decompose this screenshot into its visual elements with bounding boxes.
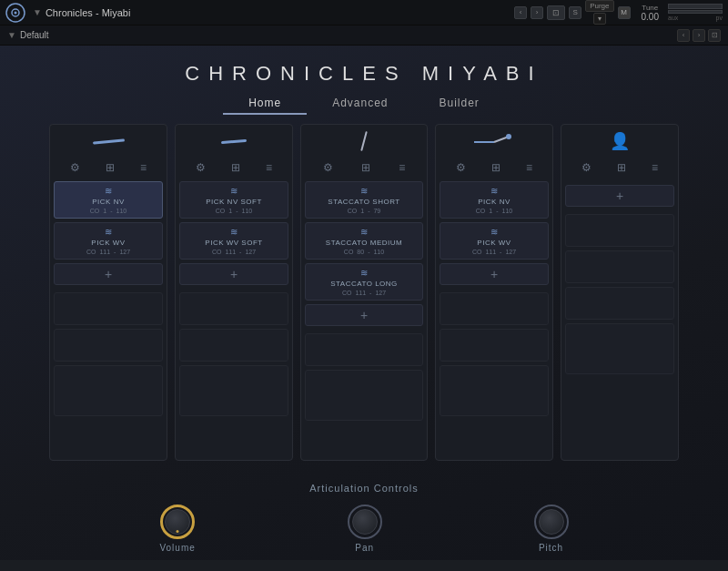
col3-art3-range: CO111-127 [311,290,417,296]
preset-collapse[interactable]: ▼ [7,30,16,40]
m-button[interactable]: M [618,6,631,19]
col1-header [54,128,163,154]
col4-slot-1[interactable]: ≋ PICK NV CO1-110 [440,181,549,219]
col2-menu-icon[interactable]: ≡ [266,161,272,174]
col1-menu-icon[interactable]: ≡ [140,161,147,174]
preset-prev[interactable]: ‹ [677,29,690,42]
col4-layers-icon[interactable]: ⊞ [491,161,500,174]
col4-header [440,128,549,154]
col5-header: 👤 [565,128,674,154]
pan-knob-inner [352,509,378,535]
col4-menu-icon[interactable]: ≡ [526,161,532,174]
column-3: ⚙ ⊞ ≡ ≋ STACCATO SHORT CO1-79 ≋ STACCATO… [300,124,428,461]
pitch-knob[interactable] [534,505,569,539]
knobs-row: Volume Pan Pitch [11,505,717,553]
col4-slot-2[interactable]: ≋ PICK WV CO111-127 [440,222,549,260]
col5-menu-icon[interactable]: ≡ [652,161,658,174]
pitch-knob-inner [539,509,564,535]
svg-point-5 [506,134,511,139]
column-4: ⚙ ⊞ ≡ ≋ PICK NV CO1-110 ≋ PICK WV CO111-… [435,124,553,461]
pan-label: Pan [355,543,374,553]
col1-art2-range: CO111-127 [60,249,157,255]
preset-name: Default [20,30,677,40]
title-area: CHRONICLES MIYABI [11,46,717,93]
col3-slot-2[interactable]: ≋ STACCATO MEDIUM CO80-110 [305,222,423,260]
col4-wave2: ≋ [490,227,499,237]
col1-slot-2[interactable]: ≋ PICK WV CO111-127 [54,222,163,260]
col1-empty-3 [54,365,163,416]
preset-next[interactable]: › [693,29,705,42]
second-bar: ▼ Default ‹ › ⊡ [0,25,728,46]
col2-gear-icon[interactable]: ⚙ [196,161,206,174]
volume-knob-dot [177,530,179,533]
tab-advanced[interactable]: Advanced [307,93,413,115]
col2-empty-2 [179,329,288,362]
col2-slot-1[interactable]: ≋ PICK NV SOFT CO1-110 [179,181,288,219]
person-icon: 👤 [610,131,630,151]
camera-button[interactable]: ⊡ [547,5,565,20]
pitch-label: Pitch [539,543,563,553]
col4-wave1: ≋ [490,186,499,196]
col2-icon-row: ⚙ ⊞ ≡ [179,159,288,176]
col1-layers-icon[interactable]: ⊞ [106,161,115,174]
col1-empty-1 [54,292,163,325]
pan-knob-group: Pan [348,505,382,553]
col2-art2-range: CO111-127 [186,249,282,255]
pan-knob[interactable] [348,505,382,539]
volume-knob[interactable] [160,505,195,539]
col2-wave2: ≋ [230,227,238,237]
col4-add-button[interactable]: + [440,263,549,285]
col2-add-button[interactable]: + [179,263,288,285]
instrument-title: Chronicles - Miyabi [46,7,514,18]
col5-empty-1 [565,214,674,247]
col1-wave1: ≋ [105,186,113,196]
col4-art2-name: PICK WV [446,239,542,247]
col3-layers-icon[interactable]: ⊞ [361,161,370,174]
level-bar-2 [668,10,723,14]
col3-wave3: ≋ [360,268,369,278]
col1-slot-1[interactable]: ≋ PICK NV CO1-110 [54,181,163,219]
col2-art1-range: CO1-110 [186,208,282,214]
col5-gear-icon[interactable]: ⚙ [581,161,592,174]
collapse-arrow[interactable]: ▼ [33,7,42,17]
col3-art2-name: STACCATO MEDIUM [311,239,417,247]
pv-label: pv [716,15,723,21]
col2-wave1: ≋ [230,186,238,196]
col5-layers-icon[interactable]: ⊞ [617,161,626,174]
tab-builder[interactable]: Builder [414,93,505,115]
col3-slot-1[interactable]: ≋ STACCATO SHORT CO1-79 [305,181,423,219]
purge-button[interactable]: Purge [585,0,613,12]
col2-layers-icon[interactable]: ⊞ [231,161,240,174]
col4-bottom [440,292,549,416]
col5-icon-row: ⚙ ⊞ ≡ [565,159,674,176]
level-bar-1 [668,4,723,9]
col3-art1-name: STACCATO SHORT [311,198,417,206]
column-5: 👤 ⚙ ⊞ ≡ + [561,124,679,461]
col2-empty-1 [179,292,288,325]
col3-gear-icon[interactable]: ⚙ [323,161,333,174]
col2-icon-line [221,138,247,143]
preset-save[interactable]: ⊡ [708,29,721,42]
col3-slot-3[interactable]: ≋ STACCATO LONG CO111-127 [305,263,423,301]
column-2: ⚙ ⊞ ≡ ≋ PICK NV SOFT CO1-110 ≋ PICK WV S… [175,124,293,461]
col4-gear-icon[interactable]: ⚙ [456,161,466,174]
col4-icon-wire [474,134,515,148]
col2-art2-name: PICK WV SOFT [186,239,282,247]
articulation-label: Articulation Controls [11,483,717,494]
col4-empty-2 [440,329,549,362]
tab-home[interactable]: Home [223,93,307,115]
pitch-knob-group: Pitch [534,505,569,553]
tune-value: 0.00 [642,12,659,22]
col1-art1-name: PICK NV [60,198,157,206]
col1-add-button[interactable]: + [54,263,163,285]
col3-menu-icon[interactable]: ≡ [399,161,405,174]
col3-add-button[interactable]: + [305,304,423,326]
settings-button[interactable]: S [569,6,581,19]
col5-add-button[interactable]: + [565,185,674,207]
col1-gear-icon[interactable]: ⚙ [70,161,80,174]
col4-art1-range: CO1-110 [446,208,542,214]
prev-button[interactable]: ‹ [514,6,527,19]
col3-wave2: ≋ [360,227,369,237]
col2-slot-2[interactable]: ≋ PICK WV SOFT CO111-127 [179,222,288,260]
next-button[interactable]: › [531,6,543,19]
